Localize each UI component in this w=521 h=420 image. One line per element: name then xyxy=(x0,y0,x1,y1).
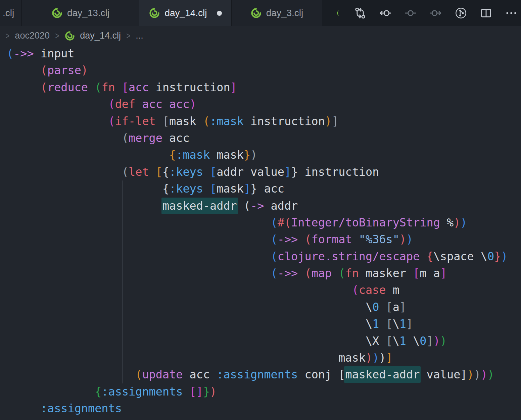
code-line[interactable]: {:mask mask}) xyxy=(7,147,508,163)
tab-label: .clj xyxy=(3,8,14,18)
code-line[interactable]: (case m xyxy=(7,282,508,299)
code-token: acc xyxy=(162,132,190,145)
code-token: } xyxy=(250,182,257,195)
code-token: :assignments xyxy=(217,368,298,381)
code-token xyxy=(203,165,210,178)
code-token: ( xyxy=(108,98,115,111)
nav-back-icon[interactable] xyxy=(379,7,392,19)
code-line[interactable]: (clojure.string/escape {\space \0}) xyxy=(7,248,508,265)
code-line[interactable]: (if-let [mask (:mask instruction)] xyxy=(7,113,508,130)
code-token: \ xyxy=(406,334,420,348)
code-token: { xyxy=(426,250,433,263)
code-token: ( xyxy=(108,115,115,128)
code-token: [ xyxy=(386,317,392,330)
code-line[interactable]: (#(Integer/toBinaryString %)) xyxy=(7,214,508,231)
code-token xyxy=(183,385,189,398)
code-token xyxy=(203,182,210,195)
code-token: ] xyxy=(244,182,250,195)
code-token: ) xyxy=(379,351,386,364)
code-token: \X xyxy=(366,334,386,348)
breadcrumb-file[interactable]: day_14.clj xyxy=(80,31,121,41)
code-line[interactable]: (merge acc xyxy=(7,130,508,147)
code-token: ( xyxy=(244,199,250,212)
code-token: ) xyxy=(81,64,88,77)
calva-repl-icon[interactable] xyxy=(335,7,341,19)
code-area[interactable]: (->> input (parse) (reduce (fn [acc inst… xyxy=(7,45,508,420)
code-token: ] xyxy=(440,267,447,280)
code-token: 1 xyxy=(399,317,406,330)
code-token: map xyxy=(47,419,75,420)
code-line[interactable]: \0 [a] xyxy=(7,299,508,316)
code-line[interactable]: mask)))] xyxy=(7,350,508,366)
code-token: fn xyxy=(345,267,366,280)
code-line[interactable]: {:keys [mask]} acc xyxy=(7,180,508,197)
code-token: ( xyxy=(41,81,47,94)
code-token: def xyxy=(115,98,142,111)
code-token: ] xyxy=(196,385,203,398)
tab-day-14-active[interactable]: day_14.clj xyxy=(139,0,232,26)
code-line[interactable]: (->> (format "%36s")) xyxy=(7,231,508,248)
code-token: } xyxy=(244,148,250,161)
code-token: acc xyxy=(129,81,149,94)
breadcrumb: > aoc2020 > day_14.clj > ... xyxy=(0,26,521,45)
code-token: ) xyxy=(366,351,372,364)
nav-current-icon[interactable] xyxy=(404,7,417,19)
code-token: { xyxy=(95,385,101,398)
tab-day-13[interactable]: day_13.clj xyxy=(22,0,139,26)
code-token: if-let xyxy=(115,115,162,128)
code-line[interactable]: \1 [\1] xyxy=(7,316,508,332)
code-line[interactable]: \X [\1 \0])) xyxy=(7,333,508,350)
highlighted-symbol: masked-addr xyxy=(344,366,421,383)
code-line[interactable]: (->> (map (fn masker [m a] xyxy=(7,265,508,282)
code-token: ) xyxy=(467,368,474,381)
swap-changes-icon[interactable] xyxy=(354,7,367,19)
code-token: [ xyxy=(386,301,392,314)
more-actions-icon[interactable] xyxy=(505,7,518,19)
code-token: value xyxy=(420,368,460,381)
code-line[interactable]: (parse) xyxy=(7,62,508,79)
tab-clipped[interactable]: .clj xyxy=(0,0,22,26)
code-line[interactable]: :assignments xyxy=(7,400,508,417)
source-control-icon[interactable] xyxy=(455,7,467,19)
vscode-window: .clj day_13.clj day_14.clj day_3.clj xyxy=(0,0,521,420)
code-token: [ xyxy=(413,267,420,280)
breadcrumb-symbol[interactable]: ... xyxy=(136,31,143,41)
code-token: [ xyxy=(386,334,392,348)
code-line[interactable]: (def acc acc) xyxy=(7,96,508,113)
code-token: 0 xyxy=(487,250,494,263)
code-line[interactable]: (let [{:keys [addr value]} instruction xyxy=(7,164,508,180)
code-token: ) xyxy=(372,351,379,364)
code-token: \space \ xyxy=(433,250,487,263)
code-line[interactable]: (reduce (fn [acc instruction] xyxy=(7,79,508,96)
modified-dot-icon[interactable] xyxy=(217,11,222,16)
code-token: instruction xyxy=(244,115,325,128)
code-line[interactable]: (->> input xyxy=(7,45,508,62)
code-line[interactable]: (update acc :assignments conj [masked-ad… xyxy=(7,366,508,383)
code-line[interactable]: {:assignments []}) xyxy=(7,383,508,400)
code-token: [ xyxy=(190,385,196,398)
code-token xyxy=(237,199,244,212)
code-line[interactable]: masked-addr (-> addr xyxy=(7,198,508,214)
code-token: map xyxy=(312,267,339,280)
breadcrumb-folder[interactable]: aoc2020 xyxy=(15,31,50,41)
split-editor-icon[interactable] xyxy=(480,7,492,19)
code-token: \ xyxy=(366,317,372,330)
code-editor[interactable]: (->> input (parse) (reduce (fn [acc inst… xyxy=(0,45,521,420)
code-token: 0 xyxy=(372,301,379,314)
code-token: ) xyxy=(433,334,440,348)
chevron-right-icon: > xyxy=(126,31,130,41)
code-token: ( xyxy=(271,250,278,263)
code-token: } xyxy=(494,250,501,263)
code-token: ( xyxy=(41,419,47,420)
code-line[interactable]: (map (fn [[addr value]] xyxy=(7,417,508,420)
code-token: ( xyxy=(95,81,101,94)
code-token: { xyxy=(169,148,176,161)
code-token: ( xyxy=(304,233,311,246)
code-token: ) xyxy=(481,368,487,381)
code-token: Integer/toBinaryString xyxy=(291,216,440,229)
nav-forward-icon[interactable] xyxy=(429,7,442,19)
code-token: ( xyxy=(271,233,278,246)
code-token: acc xyxy=(257,182,284,195)
code-token: ->> xyxy=(278,267,305,280)
tab-day-3[interactable]: day_3.clj xyxy=(232,0,322,26)
